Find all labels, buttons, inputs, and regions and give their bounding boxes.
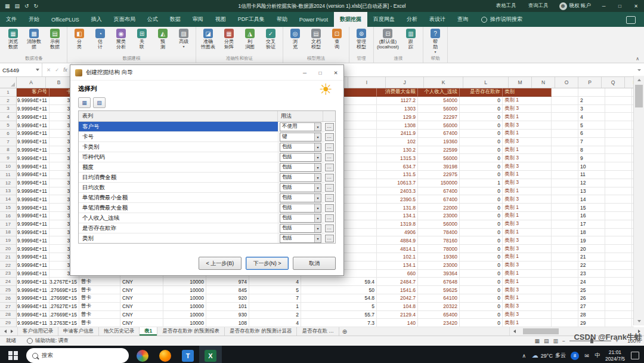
cell-A19[interactable]: 9.99994E+11: [17, 236, 49, 245]
mining-column-row[interactable]: 是否存在欺诈包括▾…: [79, 223, 335, 233]
cell-L10[interactable]: 类别 3: [503, 162, 552, 171]
dialog-minimize-button[interactable]: ─: [297, 65, 312, 80]
cell-L4[interactable]: 类别 1: [503, 113, 552, 121]
cell-L20[interactable]: 类别 3: [503, 245, 552, 253]
cell-M19[interactable]: [552, 236, 578, 245]
cell-A3[interactable]: 9.99994E+11: [17, 105, 49, 113]
cell-I3[interactable]: 1303: [377, 105, 418, 113]
back-button[interactable]: < 上一步(B): [199, 257, 242, 270]
cell-J18[interactable]: 78400: [418, 229, 460, 237]
cell-O14[interactable]: [605, 195, 632, 204]
ellipsis-button[interactable]: …: [325, 184, 334, 192]
cell-K6[interactable]: 0: [460, 130, 503, 138]
cell-A23[interactable]: 9.99994E+11: [17, 270, 49, 278]
ribbon-button-cluster[interactable]: ◉聚类 分析: [111, 28, 131, 50]
cell-G29[interactable]: 4: [249, 319, 301, 327]
column-header-O[interactable]: O: [555, 77, 578, 88]
cell-D25[interactable]: CNY: [120, 286, 163, 294]
cell-I7[interactable]: 102: [377, 138, 418, 146]
row-header-12[interactable]: 12: [0, 179, 17, 187]
usage-dropdown[interactable]: 包括▾: [280, 173, 321, 182]
cell-J12[interactable]: 150000: [418, 179, 460, 187]
cell-N22[interactable]: 22: [578, 262, 605, 270]
cell-M8[interactable]: [552, 146, 578, 155]
ellipsis-button[interactable]: …: [325, 123, 334, 131]
cell-F28[interactable]: 930: [206, 311, 249, 319]
tell-me-box[interactable]: 操作说明搜索: [474, 12, 530, 27]
cell-J4[interactable]: 22297: [418, 113, 460, 121]
cell-N5[interactable]: 5: [578, 121, 605, 130]
cell-M22[interactable]: [552, 262, 578, 270]
cell-L27[interactable]: 类别 3: [503, 303, 552, 311]
cell-O3[interactable]: [605, 105, 632, 113]
cell-N26[interactable]: 26: [578, 294, 605, 303]
cell-M13[interactable]: [552, 187, 578, 196]
cell-F25[interactable]: 845: [206, 286, 249, 294]
close-button[interactable]: ✕: [628, 0, 644, 12]
redo-icon[interactable]: ↻: [34, 3, 39, 9]
cell-K2[interactable]: 0: [460, 97, 503, 105]
cell-O4[interactable]: [605, 113, 632, 121]
cell-K23[interactable]: 0: [460, 270, 503, 278]
cell-L16[interactable]: 类别 1: [503, 212, 552, 220]
cell-A15[interactable]: 9.99994E+11: [17, 204, 49, 212]
cell-G27[interactable]: 1: [249, 303, 301, 311]
taskbar-clock[interactable]: 21:01 2024/7/5: [605, 349, 625, 362]
row-header-9[interactable]: 9: [0, 154, 17, 162]
ime-indicator[interactable]: 中: [595, 352, 600, 359]
cell-N10[interactable]: 10: [578, 162, 605, 171]
cell-N25[interactable]: 25: [578, 286, 605, 294]
cell-M18[interactable]: [552, 229, 578, 237]
cell-O1[interactable]: [605, 88, 632, 97]
cell-A26[interactable]: 9.99994E+11: [17, 294, 49, 303]
cell-M27[interactable]: [552, 303, 578, 311]
normal-view-icon[interactable]: ▦: [535, 338, 540, 344]
cancel-button[interactable]: 取消: [293, 257, 336, 270]
cell-N2[interactable]: 2: [578, 97, 605, 105]
cell-A18[interactable]: 9.99994E+11: [17, 229, 49, 237]
enter-icon[interactable]: ✓: [55, 67, 59, 73]
cell-M3[interactable]: [552, 105, 578, 113]
insert-function-icon[interactable]: fx: [63, 67, 67, 73]
ribbon-button-sample-data[interactable]: ▤示例 数据: [45, 28, 65, 50]
row-header-25[interactable]: 25: [0, 286, 17, 294]
cell-C29[interactable]: 普卡: [79, 319, 120, 327]
cell-O17[interactable]: [605, 220, 632, 229]
cell-M5[interactable]: [552, 121, 578, 130]
ribbon-button-browse-model[interactable]: ◎浏 览: [285, 28, 305, 50]
row-header-24[interactable]: 24: [0, 278, 17, 286]
cell-M23[interactable]: [552, 270, 578, 278]
ellipsis-button[interactable]: …: [325, 235, 334, 242]
cell-K10[interactable]: 0: [460, 162, 503, 171]
sheet-tab-fraud-prediction-report[interactable]: 是否存在欺诈 的预测报表: [157, 327, 225, 336]
browser-app-button[interactable]: [131, 346, 154, 363]
ribbon-tab-review[interactable]: 审阅: [187, 12, 209, 27]
cell-O19[interactable]: [605, 236, 632, 245]
cell-A1[interactable]: 客户号: [17, 88, 49, 97]
cell-E28[interactable]: 10000: [163, 311, 206, 319]
scroll-up-icon[interactable]: [634, 76, 644, 84]
cell-I12[interactable]: 10613.7: [377, 179, 418, 187]
cell-K29[interactable]: 0: [460, 319, 503, 327]
cell-L3[interactable]: 类别 3: [503, 105, 552, 113]
column-header-L[interactable]: L: [463, 77, 509, 88]
ellipsis-button[interactable]: …: [325, 133, 334, 141]
start-button[interactable]: [0, 346, 26, 363]
cell-O24[interactable]: [605, 278, 632, 286]
sheet-tab-applicant-info[interactable]: 申请客户信息: [58, 327, 99, 336]
cell-N1[interactable]: [578, 88, 605, 97]
row-header-17[interactable]: 17: [0, 220, 17, 229]
ribbon-button-browse-data[interactable]: ▦浏览 数据: [3, 28, 23, 50]
ribbon-tab-page-layout[interactable]: 页面布局: [108, 12, 141, 27]
ribbon-tab-view[interactable]: 视图: [209, 12, 232, 27]
row-header-8[interactable]: 8: [0, 146, 17, 155]
cell-M25[interactable]: [552, 286, 578, 294]
row-header-16[interactable]: 16: [0, 212, 17, 220]
ribbon-tab-baidu-netdisk[interactable]: 百度网盘: [367, 12, 401, 27]
cell-M29[interactable]: [552, 319, 578, 327]
name-box-dropdown-icon[interactable]: [36, 69, 39, 71]
cell-L17[interactable]: 类别 3: [503, 220, 552, 229]
ribbon-tab-analyze[interactable]: 分析: [401, 12, 423, 27]
cell-O20[interactable]: [605, 245, 632, 253]
cell-K21[interactable]: 0: [460, 253, 503, 262]
